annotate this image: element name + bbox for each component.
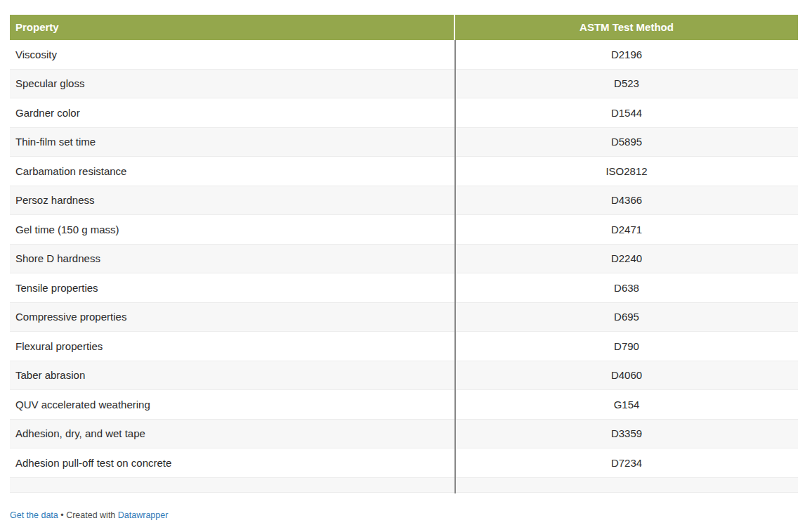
property-cell: Adhesion, dry, and wet tape — [10, 427, 454, 439]
property-cell: Tensile properties — [10, 282, 454, 294]
method-cell: D2471 — [455, 224, 798, 235]
property-cell: Compressive properties — [10, 311, 454, 323]
column-divider-line — [454, 40, 456, 493]
method-cell: G154 — [455, 399, 798, 411]
table-row: Taber abrasion D4060 — [10, 361, 798, 391]
method-cell: D3359 — [455, 427, 798, 439]
method-cell: ISO2812 — [455, 165, 798, 177]
method-cell: D2240 — [455, 252, 798, 264]
table-row: QUV accelerated weathering G154 — [10, 390, 798, 420]
method-cell: D7234 — [455, 457, 798, 469]
get-the-data-link[interactable]: Get the data — [10, 510, 58, 520]
table-row: Thin-film set time D5895 — [10, 128, 798, 157]
table-row: Carbamation resistance ISO2812 — [10, 157, 798, 186]
datawrapper-table-chart: Property ASTM Test Method Viscosity D219… — [0, 0, 812, 520]
table-row: Viscosity D2196 — [10, 40, 798, 70]
table-row: Shore D hardness D2240 — [10, 245, 798, 274]
datawrapper-link[interactable]: Datawrapper — [118, 510, 169, 520]
table-row: Gel time (150 g mass) D2471 — [10, 215, 798, 245]
table-row: Tensile properties D638 — [10, 273, 798, 303]
column-header-astm-test-method: ASTM Test Method — [455, 15, 798, 40]
table-header-row: Property ASTM Test Method — [10, 15, 798, 40]
method-cell: D4366 — [455, 194, 798, 206]
method-cell: D790 — [455, 340, 798, 352]
property-cell: Adhesion pull-off test on concrete — [10, 457, 454, 469]
table-row: Flexural properties D790 — [10, 332, 798, 361]
table-row: Compressive properties D695 — [10, 303, 798, 332]
footer-middle-text: • Created with — [60, 510, 115, 520]
property-cell: Flexural properties — [10, 340, 454, 352]
table-row: Specular gloss D523 — [10, 70, 798, 99]
table-row: Adhesion pull-off test on concrete D7234 — [10, 448, 798, 478]
property-cell: Specular gloss — [10, 77, 454, 89]
property-cell: QUV accelerated weathering — [10, 399, 454, 411]
table-row: Gardner color D1544 — [10, 98, 798, 128]
table-row: Adhesion, dry, and wet tape D3359 — [10, 420, 798, 449]
property-cell: Persoz hardness — [10, 194, 454, 206]
table-body: Viscosity D2196 Specular gloss D523 Gard… — [10, 40, 798, 478]
method-cell: D5895 — [455, 136, 798, 148]
method-cell: D4060 — [455, 369, 798, 381]
property-cell: Gel time (150 g mass) — [10, 224, 454, 235]
property-cell: Carbamation resistance — [10, 165, 454, 177]
method-cell: D1544 — [455, 107, 798, 119]
table-row: Persoz hardness D4366 — [10, 186, 798, 216]
property-cell: Gardner color — [10, 107, 454, 119]
chart-footer: Get the data • Created with Datawrapper — [10, 510, 798, 520]
method-cell: D523 — [455, 77, 798, 89]
method-cell: D638 — [455, 282, 798, 294]
data-table: Property ASTM Test Method Viscosity D219… — [10, 15, 798, 493]
method-cell: D2196 — [455, 49, 798, 60]
property-cell: Shore D hardness — [10, 252, 454, 264]
property-cell: Thin-film set time — [10, 136, 454, 148]
method-cell: D695 — [455, 311, 798, 323]
property-cell: Taber abrasion — [10, 369, 454, 381]
column-header-property: Property — [10, 15, 454, 40]
property-cell: Viscosity — [10, 49, 454, 60]
partial-empty-row — [10, 478, 798, 493]
